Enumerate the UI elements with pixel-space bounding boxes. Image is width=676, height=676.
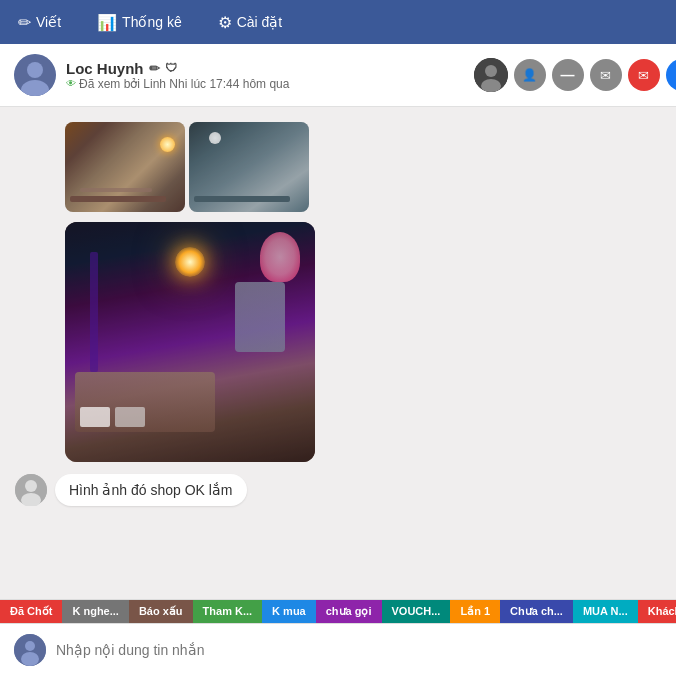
nav-viet-label: Viết xyxy=(36,14,61,30)
tag-lan-1[interactable]: Lần 1 xyxy=(450,600,500,623)
svg-point-4 xyxy=(485,65,497,77)
nav-caidat-label: Cài đặt xyxy=(237,14,283,30)
nav-thongke-label: Thống kê xyxy=(122,14,182,30)
profile-left: Loc Huynh ✏ 🛡 👁 Đã xem bởi Linh Nhi lúc … xyxy=(14,54,289,96)
nav-caidat[interactable]: ⚙ Cài đặt xyxy=(210,8,291,37)
status-dot: 👁 xyxy=(66,78,76,89)
write-icon: ✏ xyxy=(18,13,31,32)
nav-viet[interactable]: ✏ Viết xyxy=(10,8,69,37)
tag-da-chot[interactable]: Đã Chốt xyxy=(0,600,62,623)
profile-name-text: Loc Huynh xyxy=(66,60,144,77)
input-area xyxy=(0,624,676,676)
tag-chua-ch[interactable]: Chưa ch... xyxy=(500,600,573,623)
reddit-button[interactable]: 👤 xyxy=(514,59,546,91)
message-bubble: Hình ảnh đó shop OK lắm xyxy=(55,474,247,506)
profile-name: Loc Huynh ✏ 🛡 xyxy=(66,60,289,77)
avatar xyxy=(14,54,56,96)
tag-bao-xau[interactable]: Báo xấu xyxy=(129,600,193,623)
edit-icon: ✏ xyxy=(149,61,160,76)
minus-button[interactable]: — xyxy=(552,59,584,91)
message-input[interactable] xyxy=(56,642,676,658)
photo-thumb-1 xyxy=(65,122,185,212)
photo-large xyxy=(65,222,315,462)
svg-point-14 xyxy=(21,652,39,666)
send-button[interactable]: ➤ xyxy=(666,59,676,91)
left-panel: Loc Huynh ✏ 🛡 👁 Đã xem bởi Linh Nhi lúc … xyxy=(0,44,676,676)
tag-k-mua[interactable]: K mua xyxy=(262,600,316,623)
messages-area[interactable]: Hình ảnh đó shop OK lắm xyxy=(0,107,676,599)
tag-k-nghe[interactable]: K nghe... xyxy=(62,600,128,623)
tags-bar: Đã Chốt K nghe... Báo xấu Tham K... K mu… xyxy=(0,599,676,624)
tag-khach-b[interactable]: Khách B... xyxy=(638,600,676,623)
tag-chua-goi[interactable]: chưa gọi xyxy=(316,600,382,623)
verified-icon: 🛡 xyxy=(165,61,177,75)
email-outline-button[interactable]: ✉ xyxy=(590,59,622,91)
chart-icon: 📊 xyxy=(97,13,117,32)
email-filled-button[interactable]: ✉ xyxy=(628,59,660,91)
top-nav: ✏ Viết 📊 Thống kê ⚙ Cài đặt xyxy=(0,0,676,44)
tag-tham-k[interactable]: Tham K... xyxy=(193,600,263,623)
user-avatar-button[interactable] xyxy=(474,58,508,92)
message-text: Hình ảnh đó shop OK lắm xyxy=(69,482,233,498)
svg-point-7 xyxy=(25,480,37,492)
photo-thumb-2 xyxy=(189,122,309,212)
tag-mua-n[interactable]: MUA N... xyxy=(573,600,638,623)
profile-info: Loc Huynh ✏ 🛡 👁 Đã xem bởi Linh Nhi lúc … xyxy=(66,60,289,91)
main-container: Loc Huynh ✏ 🛡 👁 Đã xem bởi Linh Nhi lúc … xyxy=(0,44,676,676)
profile-status-text: Đã xem bởi Linh Nhi lúc 17:44 hôm qua xyxy=(79,77,289,91)
message-row: Hình ảnh đó shop OK lắm xyxy=(15,474,676,506)
profile-header: Loc Huynh ✏ 🛡 👁 Đã xem bởi Linh Nhi lúc … xyxy=(0,44,676,107)
profile-status: 👁 Đã xem bởi Linh Nhi lúc 17:44 hôm qua xyxy=(66,77,289,91)
svg-point-13 xyxy=(25,641,35,651)
nav-thongke[interactable]: 📊 Thống kê xyxy=(89,8,190,37)
photo-row-top xyxy=(65,122,676,212)
svg-point-1 xyxy=(27,62,43,78)
user-avatar-small xyxy=(14,634,46,666)
tag-vouch[interactable]: VOUCH... xyxy=(382,600,451,623)
action-buttons: 👤 — ✉ ✉ ➤ xyxy=(474,58,676,92)
msg-avatar xyxy=(15,474,47,506)
gear-icon: ⚙ xyxy=(218,13,232,32)
